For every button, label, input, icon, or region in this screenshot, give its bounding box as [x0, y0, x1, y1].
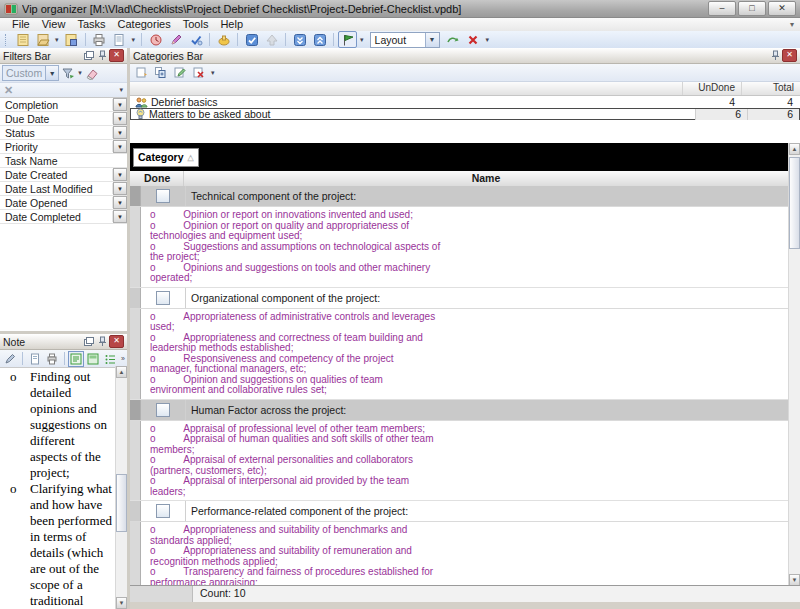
task-row[interactable]: Technical component of the project:: [130, 186, 788, 207]
toolbar-grip[interactable]: [5, 34, 9, 46]
dropdown-arrow-icon[interactable]: ▼: [113, 196, 127, 209]
task-name[interactable]: Technical component of the project:: [186, 186, 788, 206]
view-normal-icon[interactable]: [68, 351, 84, 367]
preview-note-icon[interactable]: [27, 351, 43, 367]
task-row[interactable]: Human Factor across the project:: [130, 400, 788, 421]
layout-combo[interactable]: Layout ▼: [370, 32, 440, 48]
filter-row-date-last-modified[interactable]: Date Last Modified ▼: [0, 182, 127, 196]
dropdown-arrow-icon[interactable]: ▼: [113, 98, 127, 111]
pin-icon[interactable]: [96, 50, 109, 61]
task-checkbox[interactable]: [156, 189, 170, 203]
print-icon[interactable]: [90, 31, 109, 48]
apply-filter-icon[interactable]: [59, 65, 76, 81]
complete-task-icon[interactable]: [186, 31, 205, 48]
menu-view[interactable]: View: [36, 18, 72, 31]
close-panel-icon[interactable]: ✕: [782, 49, 797, 62]
note-scrollbar[interactable]: ▲ ▼: [115, 366, 127, 609]
open-notebook-icon[interactable]: [33, 31, 52, 48]
menu-file[interactable]: File: [6, 18, 36, 31]
apply-filter-dropdown-icon[interactable]: ▾: [76, 69, 84, 77]
delete-category-icon[interactable]: [190, 65, 207, 81]
filter-row-task-name[interactable]: Task Name: [0, 154, 127, 168]
task-row[interactable]: Organizational component of the project:: [130, 288, 788, 309]
edit-category-icon[interactable]: [171, 65, 188, 81]
edit-note-icon[interactable]: [2, 351, 18, 367]
category-row-debrief-basics[interactable]: Debrief basics 4 4: [130, 96, 800, 108]
filter-row-date-opened[interactable]: Date Opened ▼: [0, 196, 127, 210]
task-name[interactable]: Organizational component of the project:: [186, 288, 788, 308]
filter-row-status[interactable]: Status ▼: [0, 126, 127, 140]
task-details-row[interactable]: o Appropriateness of administrative cont…: [130, 309, 788, 400]
move-up-icon[interactable]: [262, 31, 281, 48]
column-total[interactable]: Total: [741, 82, 800, 95]
minimize-icon[interactable]: –: [708, 1, 736, 16]
menu-tasks[interactable]: Tasks: [71, 18, 111, 31]
task-checkbox[interactable]: [156, 291, 170, 305]
group-by-category[interactable]: Category △: [133, 148, 199, 167]
menu-tools[interactable]: Tools: [177, 18, 215, 31]
save-icon[interactable]: [62, 31, 81, 48]
float-window-icon[interactable]: [82, 336, 95, 347]
task-checkbox[interactable]: [156, 403, 170, 417]
scroll-up-icon[interactable]: ▲: [116, 366, 127, 378]
close-panel-icon[interactable]: ✕: [109, 49, 124, 62]
dropdown-arrow-icon[interactable]: ▼: [113, 126, 127, 139]
maximize-icon[interactable]: □: [738, 1, 766, 16]
filter-preset-arrow-icon[interactable]: ▼: [45, 66, 58, 80]
task-row[interactable]: Performance-related component of the pro…: [130, 501, 788, 522]
task-details-row[interactable]: o Appropriateness and suitability of ben…: [130, 522, 788, 586]
delete-layout-icon[interactable]: [464, 31, 483, 48]
scroll-down-icon[interactable]: ▼: [116, 597, 127, 609]
share-icon[interactable]: [214, 31, 233, 48]
edit-task-icon[interactable]: [166, 31, 185, 48]
column-name[interactable]: Name: [184, 171, 788, 186]
task-checkbox[interactable]: [156, 504, 170, 518]
toolbar-overflow-icon[interactable]: ▾: [484, 36, 492, 44]
filter-row-priority[interactable]: Priority ▼: [0, 140, 127, 154]
layout-dropdown-icon[interactable]: ▾: [358, 36, 366, 44]
filter-preset-combo[interactable]: Custom ▼: [2, 65, 59, 81]
filter-row-date-created[interactable]: Date Created ▼: [0, 168, 127, 182]
filters-overflow-icon[interactable]: ▾: [117, 86, 125, 94]
dropdown-arrow-icon[interactable]: ▼: [113, 140, 127, 153]
pin-icon[interactable]: [96, 336, 109, 347]
categories-overflow-icon[interactable]: ▾: [209, 69, 217, 77]
category-row-matters-to-be-asked[interactable]: Matters to be asked about 6 6: [130, 108, 800, 120]
new-subcategory-icon[interactable]: [152, 65, 169, 81]
view-web-icon[interactable]: [85, 351, 101, 367]
task-details-row[interactable]: o Appraisal of professional level of oth…: [130, 421, 788, 502]
dropdown-arrow-icon[interactable]: ▼: [113, 168, 127, 181]
note-content[interactable]: o Finding out detailed opinions and sugg…: [0, 366, 115, 609]
column-undone[interactable]: UnDone: [682, 82, 741, 95]
new-task-icon[interactable]: [146, 31, 165, 48]
scroll-thumb[interactable]: [116, 474, 127, 532]
clear-filter-icon[interactable]: ✕: [4, 84, 13, 97]
menu-help[interactable]: Help: [214, 18, 249, 31]
print-note-icon[interactable]: [44, 351, 60, 367]
note-overflow-chevron-icon[interactable]: »: [119, 355, 127, 362]
new-notebook-icon[interactable]: [13, 31, 32, 48]
filter-row-due-date[interactable]: Due Date ▼: [0, 112, 127, 126]
filter-row-date-completed[interactable]: Date Completed ▼: [0, 210, 127, 224]
filter-row-completion[interactable]: Completion ▼: [0, 98, 127, 112]
erase-filter-icon[interactable]: [84, 65, 101, 81]
new-category-icon[interactable]: [133, 65, 150, 81]
task-name[interactable]: Performance-related component of the pro…: [186, 501, 788, 521]
expand-all-icon[interactable]: [290, 31, 309, 48]
scroll-up-icon[interactable]: ▲: [789, 143, 800, 155]
dropdown-arrow-icon[interactable]: ▼: [113, 112, 127, 125]
column-done[interactable]: Done: [130, 171, 184, 186]
dropdown-arrow-icon[interactable]: ▼: [113, 210, 127, 223]
pin-icon[interactable]: [769, 50, 782, 61]
menubar-overflow-icon[interactable]: ▾: [790, 20, 800, 29]
layout-combo-arrow-icon[interactable]: ▼: [425, 33, 439, 47]
layout-flag-icon[interactable]: [338, 31, 357, 48]
task-name[interactable]: Human Factor across the project:: [186, 400, 788, 420]
open-dropdown-icon[interactable]: ▾: [53, 36, 61, 44]
float-window-icon[interactable]: [82, 50, 95, 61]
apply-layout-icon[interactable]: [444, 31, 463, 48]
close-icon[interactable]: ✕: [768, 1, 796, 16]
print-preview-icon[interactable]: [110, 31, 129, 48]
mark-complete-icon[interactable]: [242, 31, 261, 48]
bullets-icon[interactable]: [102, 351, 118, 367]
